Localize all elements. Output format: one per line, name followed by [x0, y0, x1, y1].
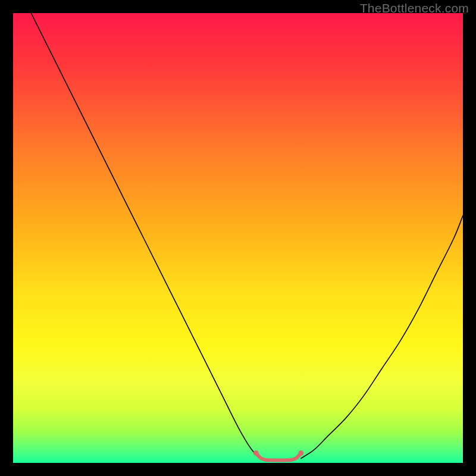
plot-area [13, 13, 463, 463]
watermark-text: TheBottleneck.com [360, 1, 469, 15]
chart-container: TheBottleneck.com [0, 0, 476, 476]
gradient-background [13, 13, 463, 463]
svg-rect-0 [13, 13, 463, 463]
